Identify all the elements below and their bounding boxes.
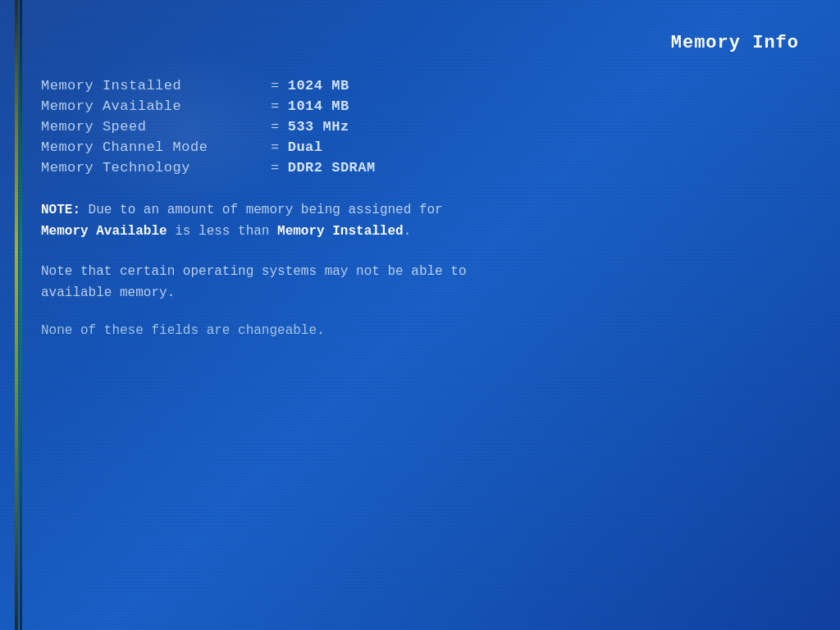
note2-line1: Note that certain operating systems may … <box>41 264 466 279</box>
info-value: DDR2 SDRAM <box>288 160 376 176</box>
info-equals: = <box>271 78 280 94</box>
info-label: Memory Installed <box>41 78 271 94</box>
note1-line2-bold1: Memory Available <box>41 224 167 239</box>
note1-text: Due to an amount of memory being assigne… <box>80 203 443 217</box>
info-row: Memory Installed=1024 MB <box>41 78 799 94</box>
note2-line2: available memory. <box>41 285 175 300</box>
info-row: Memory Available=1014 MB <box>41 98 799 114</box>
note-bold-label: NOTE: <box>41 203 80 217</box>
info-label: Memory Available <box>41 98 271 114</box>
info-row: Memory Speed=533 MHz <box>41 119 799 135</box>
info-value: Dual <box>288 139 323 155</box>
info-label: Memory Channel Mode <box>41 139 271 155</box>
info-label: Memory Speed <box>41 119 271 135</box>
title-area: Memory Info <box>41 33 799 53</box>
page-title: Memory Info <box>671 33 799 53</box>
info-row: Memory Technology=DDR2 SDRAM <box>41 160 799 176</box>
note1-line2-end: . <box>404 224 412 239</box>
info-equals: = <box>271 119 280 135</box>
note-section-2: Note that certain operating systems may … <box>41 262 799 304</box>
info-equals: = <box>271 160 280 176</box>
memory-info-table: Memory Installed=1024 MBMemory Available… <box>41 78 799 176</box>
main-content: Memory Info Memory Installed=1024 MBMemo… <box>41 33 799 338</box>
changeable-note: None of these fields are changeable. <box>41 323 799 338</box>
info-label: Memory Technology <box>41 160 271 176</box>
info-equals: = <box>271 139 280 155</box>
note1-line2-mid: is less than <box>167 224 277 239</box>
note1-line2-bold2: Memory Installed <box>277 224 404 239</box>
screen-artifact-green <box>20 0 22 630</box>
info-value: 1024 MB <box>288 78 349 94</box>
info-row: Memory Channel Mode=Dual <box>41 139 799 155</box>
info-value: 533 MHz <box>288 119 349 135</box>
note-section-1: NOTE: Due to an amount of memory being a… <box>41 200 799 242</box>
screen-artifact-yellow <box>15 0 18 630</box>
info-value: 1014 MB <box>288 98 349 114</box>
info-equals: = <box>271 98 280 114</box>
bios-screen: Memory Info Memory Installed=1024 MBMemo… <box>0 0 840 630</box>
